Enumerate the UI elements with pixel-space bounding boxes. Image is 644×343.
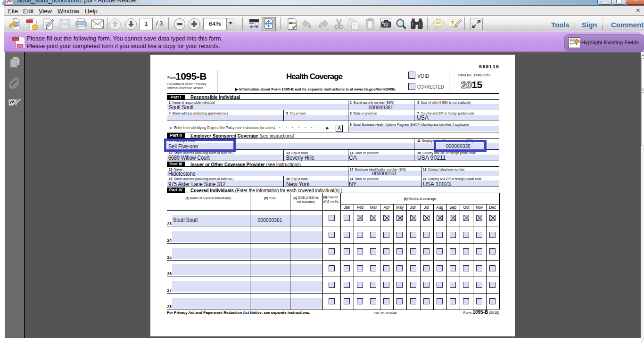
svg-text:T: T bbox=[451, 20, 455, 25]
svg-text:ABC: ABC bbox=[289, 21, 296, 24]
